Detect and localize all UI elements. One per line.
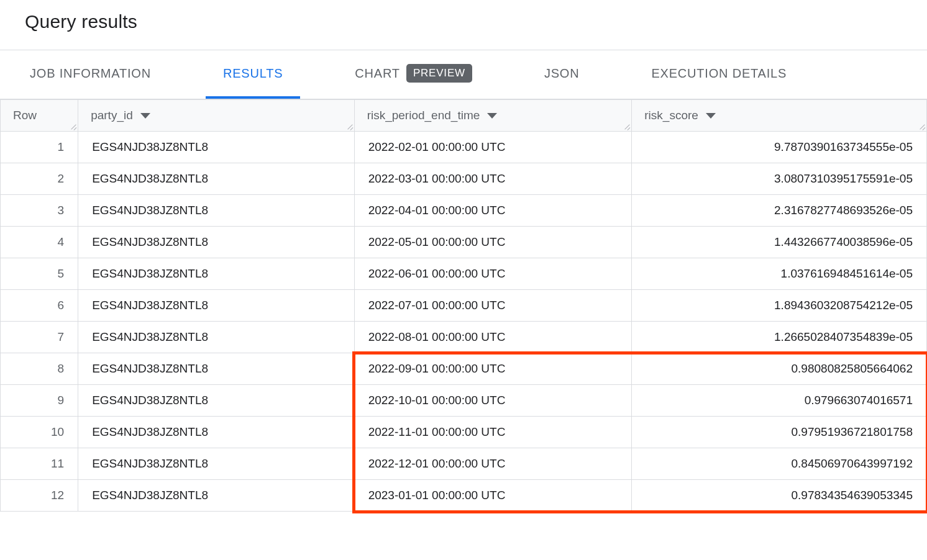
- column-header-risk-score[interactable]: risk_score: [632, 100, 927, 132]
- cell-risk-period-end-time: 2023-01-01 00:00:00 UTC: [354, 480, 632, 512]
- cell-value: EGS4NJD38JZ8NTL8: [92, 204, 208, 217]
- cell-value: 0.97951936721801758: [792, 425, 913, 439]
- cell-value: 6: [58, 299, 65, 312]
- tab-results[interactable]: RESULTS: [206, 50, 300, 99]
- cell-value: 2.3167827748693526e-05: [774, 204, 913, 217]
- tab-chart[interactable]: CHART PREVIEW: [337, 50, 490, 99]
- table-row: 12EGS4NJD38JZ8NTL82023-01-01 00:00:00 UT…: [1, 480, 927, 512]
- column-label: Row: [13, 109, 37, 122]
- cell-value: 5: [58, 267, 65, 281]
- cell-value: 2022-03-01 00:00:00 UTC: [368, 172, 506, 186]
- cell-party-id: EGS4NJD38JZ8NTL8: [78, 195, 354, 227]
- cell-value: EGS4NJD38JZ8NTL8: [92, 425, 208, 439]
- cell-value: 1.8943603208754212e-05: [774, 299, 913, 312]
- cell-risk-period-end-time: 2022-11-01 00:00:00 UTC: [354, 417, 632, 448]
- column-label: party_id: [91, 109, 133, 122]
- tab-json[interactable]: JSON: [527, 50, 597, 99]
- cell-value: 1.2665028407354839e-05: [774, 330, 913, 344]
- cell-risk-score: 9.7870390163734555e-05: [632, 132, 927, 163]
- column-header-row[interactable]: Row: [1, 100, 78, 132]
- cell-risk-period-end-time: 2022-07-01 00:00:00 UTC: [354, 290, 632, 322]
- cell-risk-period-end-time: 2022-03-01 00:00:00 UTC: [354, 163, 632, 195]
- cell-risk-score: 1.2665028407354839e-05: [632, 322, 927, 353]
- resize-handle-icon[interactable]: [70, 124, 76, 130]
- cell-risk-period-end-time: 2022-02-01 00:00:00 UTC: [354, 132, 632, 163]
- table-row: 5EGS4NJD38JZ8NTL82022-06-01 00:00:00 UTC…: [1, 258, 927, 290]
- tab-label: CHART: [355, 66, 400, 81]
- cell-row-number: 12: [1, 480, 78, 512]
- cell-value: EGS4NJD38JZ8NTL8: [92, 172, 208, 186]
- resize-handle-icon[interactable]: [624, 124, 630, 130]
- cell-party-id: EGS4NJD38JZ8NTL8: [78, 322, 354, 353]
- table-header-row: Row party_id risk_period_end_time risk_s…: [1, 100, 927, 132]
- cell-risk-score: 0.98080825805664062: [632, 353, 927, 385]
- resize-handle-icon[interactable]: [347, 124, 353, 130]
- cell-risk-score: 0.97951936721801758: [632, 417, 927, 448]
- cell-party-id: EGS4NJD38JZ8NTL8: [78, 163, 354, 195]
- table-row: 8EGS4NJD38JZ8NTL82022-09-01 00:00:00 UTC…: [1, 353, 927, 385]
- cell-value: EGS4NJD38JZ8NTL8: [92, 362, 208, 376]
- cell-value: 2022-04-01 00:00:00 UTC: [368, 204, 506, 217]
- cell-risk-score: 3.0807310395175591e-05: [632, 163, 927, 195]
- resize-handle-icon[interactable]: [919, 124, 925, 130]
- cell-value: 0.98080825805664062: [792, 362, 913, 376]
- table-row: 6EGS4NJD38JZ8NTL82022-07-01 00:00:00 UTC…: [1, 290, 927, 322]
- table-row: 11EGS4NJD38JZ8NTL82022-12-01 00:00:00 UT…: [1, 448, 927, 480]
- dropdown-arrow-icon[interactable]: [140, 113, 150, 119]
- cell-value: EGS4NJD38JZ8NTL8: [92, 394, 208, 407]
- dropdown-arrow-icon[interactable]: [487, 113, 497, 119]
- cell-value: 4: [58, 235, 65, 249]
- cell-party-id: EGS4NJD38JZ8NTL8: [78, 353, 354, 385]
- cell-value: 12: [51, 489, 64, 502]
- cell-party-id: EGS4NJD38JZ8NTL8: [78, 258, 354, 290]
- cell-value: EGS4NJD38JZ8NTL8: [92, 489, 208, 502]
- cell-value: EGS4NJD38JZ8NTL8: [92, 140, 208, 154]
- cell-risk-score: 0.84506970643997192: [632, 448, 927, 480]
- table-row: 4EGS4NJD38JZ8NTL82022-05-01 00:00:00 UTC…: [1, 227, 927, 258]
- cell-row-number: 10: [1, 417, 78, 448]
- cell-value: 3.0807310395175591e-05: [774, 172, 913, 186]
- tab-label: JOB INFORMATION: [30, 66, 151, 81]
- cell-value: 2023-01-01 00:00:00 UTC: [368, 489, 506, 502]
- dropdown-arrow-icon[interactable]: [706, 113, 716, 119]
- cell-row-number: 7: [1, 322, 78, 353]
- cell-value: 0.97834354639053345: [792, 489, 913, 502]
- cell-value: 2022-11-01 00:00:00 UTC: [368, 425, 506, 439]
- page-title: Query results: [25, 11, 902, 32]
- table-row: 2EGS4NJD38JZ8NTL82022-03-01 00:00:00 UTC…: [1, 163, 927, 195]
- tab-job-information[interactable]: JOB INFORMATION: [12, 50, 168, 99]
- cell-risk-period-end-time: 2022-12-01 00:00:00 UTC: [354, 448, 632, 480]
- cell-party-id: EGS4NJD38JZ8NTL8: [78, 227, 354, 258]
- cell-value: 2022-10-01 00:00:00 UTC: [368, 394, 506, 407]
- cell-value: 2022-06-01 00:00:00 UTC: [368, 267, 506, 281]
- tabbar: JOB INFORMATION RESULTS CHART PREVIEW JS…: [0, 50, 927, 99]
- tab-label: RESULTS: [223, 66, 283, 81]
- cell-row-number: 2: [1, 163, 78, 195]
- table-row: 3EGS4NJD38JZ8NTL82022-04-01 00:00:00 UTC…: [1, 195, 927, 227]
- cell-party-id: EGS4NJD38JZ8NTL8: [78, 417, 354, 448]
- cell-risk-score: 1.8943603208754212e-05: [632, 290, 927, 322]
- cell-value: 2022-02-01 00:00:00 UTC: [368, 140, 506, 154]
- table-row: 1EGS4NJD38JZ8NTL82022-02-01 00:00:00 UTC…: [1, 132, 927, 163]
- cell-value: 2022-08-01 00:00:00 UTC: [368, 330, 506, 344]
- cell-risk-period-end-time: 2022-05-01 00:00:00 UTC: [354, 227, 632, 258]
- cell-value: 2022-12-01 00:00:00 UTC: [368, 457, 506, 471]
- tab-execution-details[interactable]: EXECUTION DETAILS: [634, 50, 804, 99]
- cell-risk-period-end-time: 2022-08-01 00:00:00 UTC: [354, 322, 632, 353]
- table-row: 7EGS4NJD38JZ8NTL82022-08-01 00:00:00 UTC…: [1, 322, 927, 353]
- cell-row-number: 11: [1, 448, 78, 480]
- column-header-risk-period-end-time[interactable]: risk_period_end_time: [354, 100, 632, 132]
- column-label: risk_period_end_time: [367, 109, 480, 122]
- cell-row-number: 9: [1, 385, 78, 417]
- cell-value: 2022-05-01 00:00:00 UTC: [368, 235, 506, 249]
- cell-value: 10: [51, 425, 64, 439]
- cell-row-number: 1: [1, 132, 78, 163]
- cell-row-number: 6: [1, 290, 78, 322]
- cell-risk-score: 1.4432667740038596e-05: [632, 227, 927, 258]
- cell-risk-score: 0.97834354639053345: [632, 480, 927, 512]
- cell-value: 9: [58, 394, 65, 407]
- cell-value: 1: [58, 140, 65, 154]
- results-table: Row party_id risk_period_end_time risk_s…: [0, 99, 927, 512]
- cell-value: 1.4432667740038596e-05: [774, 235, 913, 249]
- column-header-party-id[interactable]: party_id: [78, 100, 354, 132]
